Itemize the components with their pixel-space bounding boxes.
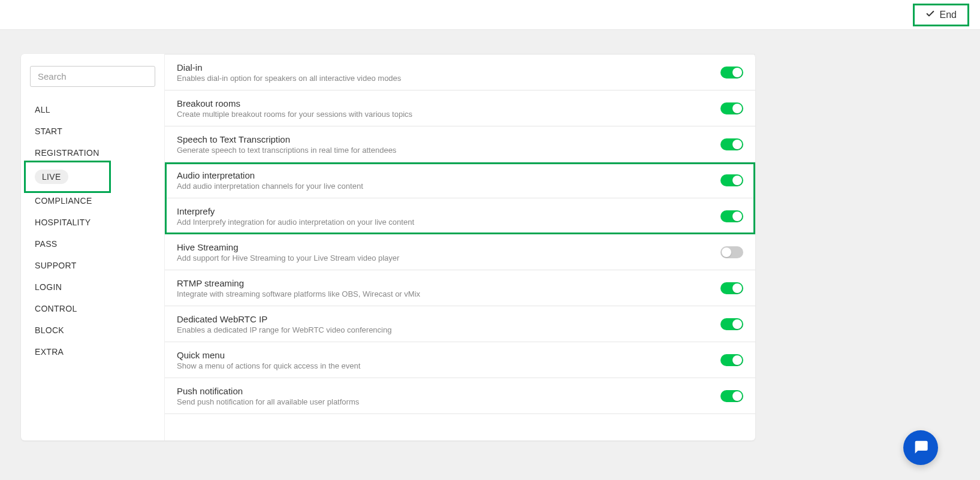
setting-row: InterprefyAdd Interprefy integration for… [165, 198, 755, 234]
sidebar-item-block[interactable]: BLOCK [30, 319, 155, 341]
setting-desc: Add Interprefy integration for audio int… [177, 218, 720, 227]
setting-desc: Generate speech to text transcriptions i… [177, 146, 720, 155]
setting-title: Audio interpretation [177, 170, 720, 180]
toggle-switch[interactable] [720, 102, 743, 114]
toggle-knob [732, 68, 742, 77]
setting-row: Audio interpretationAdd audio interpreta… [165, 162, 755, 198]
toggle-switch[interactable] [720, 246, 743, 258]
setting-desc: Create multiple breakout rooms for your … [177, 110, 720, 119]
setting-row: Speech to Text TranscriptionGenerate spe… [165, 126, 755, 162]
toggle-knob [732, 391, 742, 401]
sidebar-item-hospitality[interactable]: HOSPITALITY [30, 212, 155, 233]
toggle-switch[interactable] [720, 174, 743, 186]
setting-text: Speech to Text TranscriptionGenerate spe… [177, 134, 720, 155]
toggle-switch[interactable] [720, 318, 743, 330]
setting-text: Breakout roomsCreate multiple breakout r… [177, 98, 720, 119]
setting-text: RTMP streamingIntegrate with streaming s… [177, 278, 720, 298]
sidebar-item-support[interactable]: SUPPORT [30, 255, 155, 276]
sidebar-item-label: PASS [35, 239, 58, 249]
sidebar-item-label: EXTRA [35, 347, 64, 357]
content-area: Dial-inEnables dial-in option for speake… [165, 54, 755, 440]
toggle-knob [722, 247, 731, 257]
toggle-knob [732, 104, 742, 113]
setting-title: Dedicated WebRTC IP [177, 314, 720, 324]
toggle-switch[interactable] [720, 138, 743, 150]
setting-desc: Add support for Hive Streaming to your L… [177, 253, 720, 262]
sidebar-item-label: START [35, 126, 62, 136]
settings-scroll[interactable]: Dial-inEnables dial-in option for speake… [165, 54, 755, 440]
sidebar-item-start[interactable]: START [30, 120, 155, 142]
toggle-switch[interactable] [720, 210, 743, 222]
toggle-knob [732, 176, 742, 185]
setting-text: InterprefyAdd Interprefy integration for… [177, 206, 720, 227]
end-button[interactable]: End [913, 4, 969, 26]
workspace: ALLSTARTREGISTRATIONLIVECOMPLIANCEHOSPIT… [0, 30, 980, 451]
setting-text: Dedicated WebRTC IPEnables a dedicated I… [177, 314, 720, 334]
setting-title: Push notification [177, 386, 720, 396]
setting-text: Quick menuShow a menu of actions for qui… [177, 350, 720, 370]
sidebar-item-label: COMPLIANCE [35, 196, 92, 206]
setting-desc: Add audio interpretation channels for yo… [177, 182, 720, 191]
setting-row: Dial-inEnables dial-in option for speake… [165, 55, 755, 90]
chat-icon [912, 438, 929, 457]
sidebar-item-label: SUPPORT [35, 261, 77, 270]
setting-row: RTMP streamingIntegrate with streaming s… [165, 270, 755, 306]
sidebar: ALLSTARTREGISTRATIONLIVECOMPLIANCEHOSPIT… [21, 54, 165, 440]
search-input[interactable] [30, 66, 155, 87]
setting-desc: Enables dial-in option for speakers on a… [177, 74, 720, 83]
setting-title: Quick menu [177, 350, 720, 360]
toggle-knob [732, 355, 742, 365]
setting-desc: Send push notification for all available… [177, 397, 720, 406]
setting-title: Breakout rooms [177, 98, 720, 108]
end-button-label: End [940, 10, 957, 20]
setting-title: Speech to Text Transcription [177, 134, 720, 144]
sidebar-item-live[interactable]: LIVE [30, 164, 155, 190]
sidebar-item-extra[interactable]: EXTRA [30, 341, 155, 363]
setting-text: Hive StreamingAdd support for Hive Strea… [177, 242, 720, 262]
sidebar-item-control[interactable]: CONTROL [30, 298, 155, 319]
sidebar-item-all[interactable]: ALL [30, 99, 155, 120]
sidebar-item-label: REGISTRATION [35, 148, 99, 158]
setting-desc: Show a menu of actions for quick access … [177, 361, 720, 370]
toggle-switch[interactable] [720, 390, 743, 402]
setting-title: Hive Streaming [177, 242, 720, 252]
toggle-knob [732, 140, 742, 149]
setting-title: Interprefy [177, 206, 720, 216]
setting-text: Audio interpretationAdd audio interpreta… [177, 170, 720, 191]
setting-row: Dedicated WebRTC IPEnables a dedicated I… [165, 306, 755, 342]
settings-list: Dial-inEnables dial-in option for speake… [165, 54, 755, 414]
sidebar-item-label: HOSPITALITY [35, 218, 91, 227]
setting-desc: Integrate with streaming software platfo… [177, 289, 720, 298]
toggle-knob [732, 319, 742, 329]
sidebar-item-label: ALL [35, 105, 50, 114]
search-wrap [30, 66, 155, 87]
main-panel: ALLSTARTREGISTRATIONLIVECOMPLIANCEHOSPIT… [21, 54, 755, 440]
check-icon [925, 9, 935, 21]
sidebar-nav: ALLSTARTREGISTRATIONLIVECOMPLIANCEHOSPIT… [30, 99, 155, 363]
setting-title: Dial-in [177, 62, 720, 73]
toggle-knob [732, 283, 742, 293]
sidebar-item-label: LIVE [35, 170, 68, 184]
chat-launcher[interactable] [903, 430, 938, 465]
toggle-switch[interactable] [720, 354, 743, 366]
setting-title: RTMP streaming [177, 278, 720, 288]
sidebar-item-compliance[interactable]: COMPLIANCE [30, 190, 155, 212]
sidebar-item-label: BLOCK [35, 325, 64, 335]
setting-text: Push notificationSend push notification … [177, 386, 720, 406]
sidebar-item-label: CONTROL [35, 304, 77, 313]
setting-row: Hive StreamingAdd support for Hive Strea… [165, 234, 755, 270]
top-bar: End [0, 0, 980, 30]
setting-text: Dial-inEnables dial-in option for speake… [177, 62, 720, 83]
setting-row: Quick menuShow a menu of actions for qui… [165, 342, 755, 378]
sidebar-item-registration[interactable]: REGISTRATION [30, 142, 155, 164]
sidebar-item-login[interactable]: LOGIN [30, 276, 155, 298]
toggle-switch[interactable] [720, 67, 743, 79]
sidebar-item-label: LOGIN [35, 282, 62, 292]
setting-row: Push notificationSend push notification … [165, 378, 755, 414]
setting-row: Breakout roomsCreate multiple breakout r… [165, 90, 755, 126]
toggle-switch[interactable] [720, 282, 743, 294]
toggle-knob [732, 212, 742, 221]
setting-desc: Enables a dedicated IP range for WebRTC … [177, 325, 720, 334]
sidebar-item-pass[interactable]: PASS [30, 233, 155, 255]
